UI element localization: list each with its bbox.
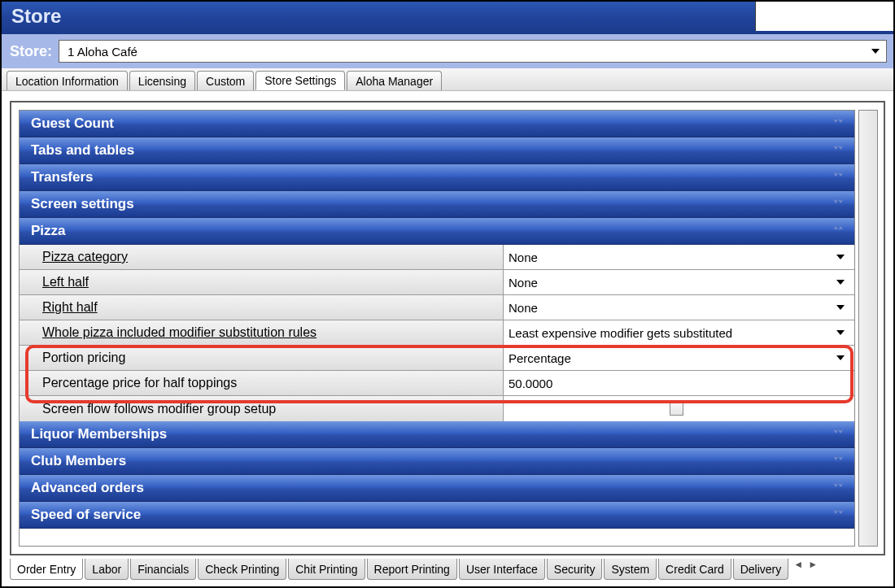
tab-licensing[interactable]: Licensing (129, 71, 195, 90)
store-selector-label: Store: (7, 43, 52, 60)
section-transfers[interactable]: Transfers ˅˅ (20, 164, 854, 191)
chevron-down-icon (836, 255, 845, 259)
scroll-right-icon: ► (808, 559, 818, 570)
vertical-scrollbar[interactable] (858, 110, 878, 547)
setting-label: Pizza category (20, 245, 504, 269)
checkbox-wrap (509, 402, 845, 416)
bottom-tab-delivery[interactable]: Delivery (733, 559, 789, 580)
chevron-down-icon (836, 355, 845, 360)
setting-label: Portion pricing (20, 346, 504, 370)
chevron-down-icon: ˅˅ (833, 175, 843, 181)
setting-label: Percentage price for half toppings (20, 371, 504, 395)
content-frame: Guest Count ˅˅ Tabs and tables ˅˅ Transf… (10, 101, 885, 555)
section-liquor-memberships[interactable]: Liquor Memberships ˅˅ (20, 421, 854, 448)
section-club-members[interactable]: Club Members ˅˅ (20, 448, 854, 475)
tab-store-settings[interactable]: Store Settings (255, 71, 345, 90)
setting-value-text: None (509, 301, 538, 315)
tab-location-information[interactable]: Location Information (7, 71, 128, 90)
pizza-settings-body: Pizza category None Left half None (20, 245, 854, 421)
section-title: Liquor Memberships (31, 426, 167, 442)
chevron-down-icon: ˅˅ (833, 512, 843, 518)
section-screen-settings[interactable]: Screen settings ˅˅ (20, 191, 854, 218)
section-title: Screen settings (31, 196, 134, 212)
chevron-down-icon: ˅˅ (833, 432, 843, 438)
setting-value-text: Least expensive modifier gets substitute… (509, 326, 732, 340)
setting-row-half-topping-percentage: Percentage price for half toppings 50.00… (20, 371, 854, 396)
setting-value-text: 50.0000 (509, 377, 552, 390)
tab-label: Financials (138, 563, 189, 576)
setting-label-text: Left half (42, 275, 89, 290)
bottom-tab-report-printing[interactable]: Report Printing (367, 559, 457, 580)
setting-label-text: Percentage price for half toppings (42, 376, 237, 390)
bottom-tab-labor[interactable]: Labor (85, 559, 129, 580)
scroll-left-icon: ◄ (793, 559, 803, 570)
section-title: Tabs and tables (31, 142, 134, 159)
tab-label: Location Information (15, 75, 119, 88)
section-guest-count[interactable]: Guest Count ˅˅ (20, 111, 854, 137)
title-bar: Store (2, 2, 893, 34)
tab-label: Credit Card (666, 563, 724, 576)
store-selector-value: 1 Aloha Café (68, 45, 138, 59)
chevron-down-icon (836, 330, 845, 335)
section-speed-of-service[interactable]: Speed of service ˅˅ (20, 502, 854, 529)
bottom-tab-user-interface[interactable]: User Interface (459, 559, 545, 580)
setting-value-text: None (509, 250, 538, 264)
tab-label: Order Entry (17, 563, 76, 576)
setting-row-portion-pricing: Portion pricing Percentage (20, 346, 854, 371)
title-bar-right-blank (755, 2, 893, 31)
pizza-category-dropdown[interactable]: None (504, 245, 854, 269)
setting-label: Whole pizza included modifier substituti… (20, 320, 504, 345)
setting-label: Screen flow follows modifier group setup (20, 396, 504, 421)
tab-label: Check Printing (205, 563, 279, 576)
bottom-tab-bar: Order Entry Labor Financials Check Print… (10, 559, 885, 583)
setting-label: Right half (20, 295, 504, 320)
store-selector-row: Store: 1 Aloha Café (2, 34, 893, 68)
content-inner: Guest Count ˅˅ Tabs and tables ˅˅ Transf… (14, 105, 881, 551)
screen-flow-checkbox-cell (504, 396, 854, 421)
section-title: Guest Count (31, 115, 114, 132)
bottom-tab-credit-card[interactable]: Credit Card (658, 559, 731, 580)
bottom-tab-order-entry[interactable]: Order Entry (10, 559, 83, 580)
store-selector-dropdown[interactable]: 1 Aloha Café (59, 40, 887, 63)
bottom-tab-check-printing[interactable]: Check Printing (198, 559, 286, 580)
tab-label: Report Printing (374, 563, 450, 576)
tab-aloha-manager[interactable]: Aloha Manager (347, 71, 442, 90)
left-half-dropdown[interactable]: None (504, 270, 854, 294)
half-topping-percentage-input[interactable]: 50.0000 (504, 371, 854, 395)
chevron-down-icon: ˅˅ (833, 148, 843, 154)
setting-label-text: Screen flow follows modifier group setup (42, 402, 276, 416)
bottom-tab-security[interactable]: Security (547, 559, 603, 580)
section-tabs-and-tables[interactable]: Tabs and tables ˅˅ (20, 137, 854, 164)
section-title: Club Members (31, 453, 126, 469)
section-advanced-orders[interactable]: Advanced orders ˅˅ (20, 475, 854, 502)
section-title: Speed of service (31, 507, 141, 523)
chevron-down-icon (836, 305, 845, 310)
substitution-rules-dropdown[interactable]: Least expensive modifier gets substitute… (504, 320, 854, 345)
setting-label-text: Pizza category (42, 250, 128, 264)
setting-label-text: Portion pricing (42, 351, 125, 365)
chevron-down-icon (836, 280, 845, 285)
right-half-dropdown[interactable]: None (504, 295, 854, 320)
screen-flow-checkbox[interactable] (670, 402, 683, 416)
section-pizza[interactable]: Pizza ˄˄ (20, 218, 854, 245)
tab-label: Aloha Manager (356, 75, 433, 88)
section-title: Transfers (31, 169, 94, 185)
setting-value-text: Percentage (509, 351, 571, 365)
setting-label: Left half (20, 270, 504, 294)
setting-row-right-half: Right half None (20, 295, 854, 320)
bottom-tab-financials[interactable]: Financials (130, 559, 196, 580)
chevron-up-icon: ˄˄ (833, 229, 843, 234)
setting-row-screen-flow: Screen flow follows modifier group setup (20, 396, 854, 421)
tab-custom[interactable]: Custom (197, 71, 254, 90)
setting-row-pizza-category: Pizza category None (20, 245, 854, 270)
tab-label: System (611, 563, 649, 576)
bottom-tab-system[interactable]: System (604, 559, 657, 580)
bottom-tab-scroll[interactable]: ◄ ► (793, 559, 818, 570)
chevron-down-icon: ˅˅ (833, 121, 843, 127)
portion-pricing-dropdown[interactable]: Percentage (504, 346, 854, 370)
bottom-tab-chit-printing[interactable]: Chit Printing (288, 559, 365, 580)
setting-row-left-half: Left half None (20, 270, 854, 295)
tab-label: Chit Printing (295, 563, 357, 576)
tab-label: Licensing (138, 75, 186, 88)
window-title: Store (11, 5, 61, 28)
